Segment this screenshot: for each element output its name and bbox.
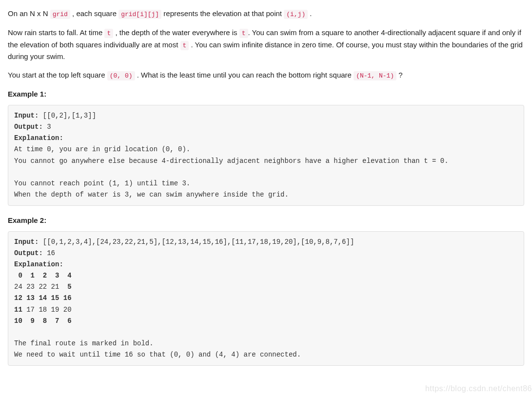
grid-row-1a: 24 23 22 21 bbox=[14, 283, 67, 291]
explanation-tail: The final route is marked in bold. We ne… bbox=[14, 339, 301, 358]
code-grid: grid bbox=[50, 10, 70, 19]
code-start: (0, 0) bbox=[107, 71, 135, 80]
text: represents the elevation at that point bbox=[161, 9, 284, 18]
text: . What is the least time until you can r… bbox=[135, 71, 354, 79]
text: , each square bbox=[70, 9, 118, 18]
label-output: Output: bbox=[14, 123, 43, 131]
grid-row-3b: 17 18 19 20 bbox=[22, 306, 72, 314]
code-t: t bbox=[180, 41, 189, 50]
code-grid-ij: grid[i][j] bbox=[118, 10, 161, 19]
code-end: (N-1, N-1) bbox=[354, 71, 396, 80]
text: Now rain starts to fall. At time bbox=[8, 28, 104, 37]
grid-row-4: 10 9 8 7 6 bbox=[14, 317, 72, 325]
grid-row-3a: 11 bbox=[14, 306, 22, 314]
paragraph-2: Now rain starts to fall. At time t , the… bbox=[8, 27, 524, 63]
example-2-code: Input: [[0,1,2,3,4],[24,23,22,21,5],[12,… bbox=[8, 231, 524, 366]
example-1-code: Input: [[0,2],[1,3]] Output: 3 Explanati… bbox=[8, 105, 524, 206]
label-explanation: Explanation: bbox=[14, 134, 63, 142]
explanation-body: At time 0, you are in grid location (0, … bbox=[14, 145, 449, 198]
label-explanation: Explanation: bbox=[14, 260, 63, 268]
code-t: t bbox=[104, 29, 113, 38]
text: . bbox=[308, 9, 312, 18]
output-value: 3 bbox=[43, 123, 51, 131]
text: You start at the top left square bbox=[8, 71, 107, 79]
code-ij: (i,j) bbox=[284, 10, 308, 19]
input-value: [[0,1,2,3,4],[24,23,22,21,5],[12,13,14,1… bbox=[39, 238, 354, 246]
grid-row-1b: 5 bbox=[67, 283, 71, 291]
example-1-heading: Example 1: bbox=[8, 88, 524, 100]
output-value: 16 bbox=[43, 249, 55, 257]
grid-row-0: 0 1 2 3 4 bbox=[14, 272, 72, 279]
paragraph-1: On an N x N grid , each square grid[i][j… bbox=[8, 8, 524, 20]
input-value: [[0,2],[1,3]] bbox=[39, 112, 96, 119]
text: ? bbox=[396, 71, 403, 79]
example-2-heading: Example 2: bbox=[8, 215, 524, 226]
text: , the depth of the water everywhere is bbox=[113, 28, 239, 37]
text: On an N x N bbox=[8, 9, 50, 18]
paragraph-3: You start at the top left square (0, 0) … bbox=[8, 69, 524, 81]
label-input: Input: bbox=[14, 238, 39, 246]
code-t: t bbox=[239, 29, 248, 38]
grid-row-2: 12 13 14 15 16 bbox=[14, 294, 72, 302]
label-output: Output: bbox=[14, 249, 43, 257]
label-input: Input: bbox=[14, 112, 39, 119]
